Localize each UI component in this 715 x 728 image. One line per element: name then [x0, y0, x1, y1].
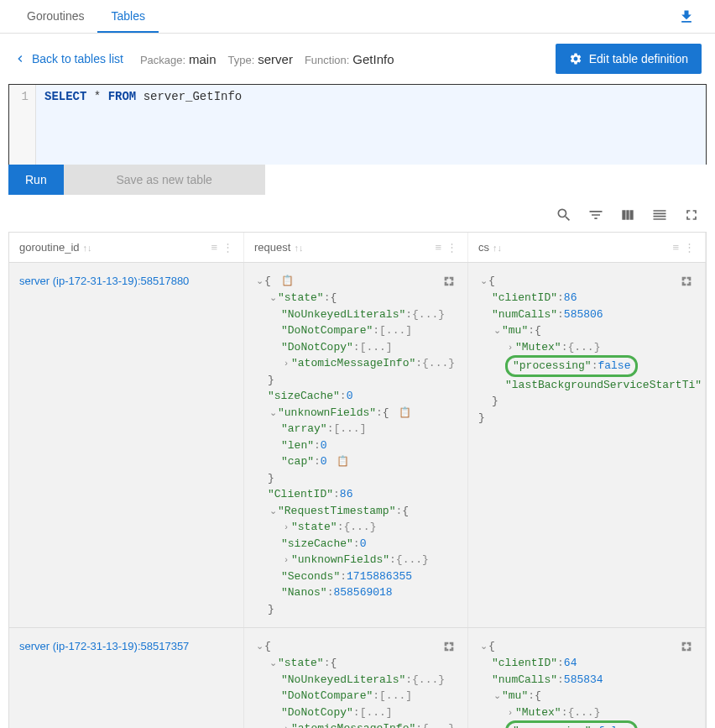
back-link-label: Back to tables list	[32, 52, 123, 65]
column-label: goroutine_id	[19, 241, 80, 254]
filter-icon[interactable]	[587, 207, 604, 223]
results-table: goroutine_id↑↓ ≡⋮ request↑↓ ≡⋮ cs↑↓ ≡⋮ s…	[8, 232, 707, 728]
sql-keyword: SELECT	[44, 90, 86, 103]
run-bar: Run Save as new table	[8, 165, 707, 195]
json-value: 0	[347, 390, 353, 402]
json-value[interactable]: {...}	[396, 553, 429, 566]
run-button[interactable]: Run	[8, 165, 64, 195]
collapse-icon[interactable]: ⌄	[478, 639, 488, 653]
sql-table-name: server_GetInfo	[144, 90, 243, 103]
drag-handle-icon[interactable]: ≡	[211, 241, 217, 254]
goroutine-link[interactable]: server (ip-172-31-13-19):58517880	[19, 275, 189, 287]
json-value[interactable]: [...]	[379, 324, 412, 337]
column-label: cs	[478, 241, 489, 254]
copy-icon[interactable]: 📋	[399, 407, 411, 419]
json-value: 585834	[564, 673, 603, 686]
goroutine-link[interactable]: server (ip-172-31-13-19):58517357	[19, 640, 189, 652]
collapse-icon[interactable]: ⌄	[254, 274, 264, 288]
tabs-bar: Goroutines Tables	[0, 0, 715, 34]
expand-cell-icon[interactable]	[678, 638, 695, 655]
column-header-request[interactable]: request↑↓ ≡⋮	[244, 233, 468, 262]
header-bar: Back to tables list Package: main Type: …	[0, 34, 715, 84]
code-area[interactable]: SELECT * FROM server_GetInfo	[36, 85, 706, 165]
json-value: false	[598, 359, 630, 372]
column-label: request	[254, 241, 290, 254]
json-value[interactable]: {...}	[422, 722, 455, 728]
gear-icon	[569, 52, 582, 65]
json-value[interactable]: {...}	[567, 341, 600, 354]
chevron-left-icon	[13, 52, 27, 65]
collapse-icon[interactable]: ⌄	[478, 274, 488, 288]
table-row: server (ip-172-31-13-19):58517357 ⌄{ ⌄st…	[9, 627, 706, 728]
json-value: 0	[321, 439, 327, 452]
expand-cell-icon[interactable]	[441, 273, 457, 290]
type-value: server	[258, 52, 293, 66]
json-value: 1715886355	[347, 570, 412, 583]
download-icon[interactable]	[671, 2, 702, 32]
json-value[interactable]: {...}	[412, 673, 445, 686]
collapse-icon[interactable]: ⌄	[268, 656, 278, 670]
copy-icon[interactable]: 📋	[281, 275, 294, 287]
drag-handle-icon[interactable]: ≡	[435, 241, 441, 254]
expand-icon[interactable]: ›	[281, 520, 291, 534]
json-value[interactable]: [...]	[360, 706, 393, 719]
json-value: 86	[340, 488, 353, 500]
collapse-icon[interactable]: ⌄	[268, 406, 278, 420]
expand-icon[interactable]: ›	[281, 553, 291, 567]
function-label: Function:	[305, 54, 349, 66]
expand-icon[interactable]: ›	[505, 340, 515, 354]
column-menu-icon[interactable]: ⋮	[222, 241, 233, 254]
package-value: main	[189, 52, 217, 66]
tab-goroutines[interactable]: Goroutines	[13, 1, 97, 33]
collapse-icon[interactable]: ⌄	[492, 323, 502, 338]
fullscreen-icon[interactable]	[683, 207, 700, 223]
cell-goroutine-id: server (ip-172-31-13-19):58517357	[9, 628, 244, 728]
copy-icon[interactable]: 📋	[337, 456, 349, 468]
collapse-icon[interactable]: ⌄	[268, 504, 278, 518]
edit-table-button[interactable]: Edit table definition	[556, 44, 702, 74]
json-value[interactable]: {...}	[412, 308, 445, 321]
edit-button-label: Edit table definition	[589, 52, 688, 65]
json-value: 0	[321, 455, 327, 468]
expand-icon[interactable]: ›	[281, 721, 291, 728]
tab-tables[interactable]: Tables	[97, 1, 158, 33]
json-value: 86	[564, 291, 577, 304]
save-as-new-table-button[interactable]: Save as new table	[64, 165, 265, 195]
column-menu-icon[interactable]: ⋮	[684, 241, 695, 254]
json-value[interactable]: [...]	[360, 341, 393, 354]
sort-icon[interactable]: ↑↓	[83, 243, 92, 253]
drag-handle-icon[interactable]: ≡	[672, 241, 679, 254]
collapse-icon[interactable]: ⌄	[268, 291, 278, 305]
column-header-cs[interactable]: cs↑↓ ≡⋮	[468, 233, 706, 262]
meta-group: Package: main Type: server Function: Get…	[140, 52, 394, 66]
column-menu-icon[interactable]: ⋮	[446, 241, 457, 254]
json-value: 64	[564, 657, 577, 669]
cell-request: ⌄{ 📋 ⌄state:{ NoUnkeyedLiterals:{...} Do…	[244, 263, 468, 627]
table-header: goroutine_id↑↓ ≡⋮ request↑↓ ≡⋮ cs↑↓ ≡⋮	[9, 233, 706, 262]
expand-icon[interactable]: ›	[505, 705, 515, 720]
sql-star: *	[94, 90, 101, 103]
search-icon[interactable]	[556, 207, 572, 223]
collapse-icon[interactable]: ⌄	[254, 639, 264, 653]
json-value[interactable]: {...}	[343, 521, 376, 533]
cell-goroutine-id: server (ip-172-31-13-19):58517880	[9, 263, 244, 627]
expand-icon[interactable]: ›	[281, 356, 291, 370]
back-to-tables-link[interactable]: Back to tables list	[13, 52, 123, 65]
package-label: Package:	[140, 54, 185, 66]
sql-editor[interactable]: 1 SELECT * FROM server_GetInfo	[8, 84, 707, 165]
json-value[interactable]: {...}	[567, 706, 600, 719]
json-value[interactable]: [...]	[333, 422, 366, 435]
sql-keyword: FROM	[108, 90, 137, 103]
collapse-icon[interactable]: ⌄	[492, 689, 502, 703]
sort-icon[interactable]: ↑↓	[493, 243, 502, 253]
expand-cell-icon[interactable]	[678, 273, 695, 290]
json-value[interactable]: {...}	[422, 357, 455, 369]
expand-cell-icon[interactable]	[441, 638, 457, 655]
json-value[interactable]: [...]	[379, 689, 412, 702]
sort-icon[interactable]: ↑↓	[294, 243, 303, 253]
json-value: false	[598, 725, 630, 728]
highlighted-field: processing:false	[505, 720, 638, 728]
columns-icon[interactable]	[619, 207, 636, 223]
column-header-goroutine-id[interactable]: goroutine_id↑↓ ≡⋮	[9, 233, 244, 262]
rows-icon[interactable]	[651, 207, 668, 223]
